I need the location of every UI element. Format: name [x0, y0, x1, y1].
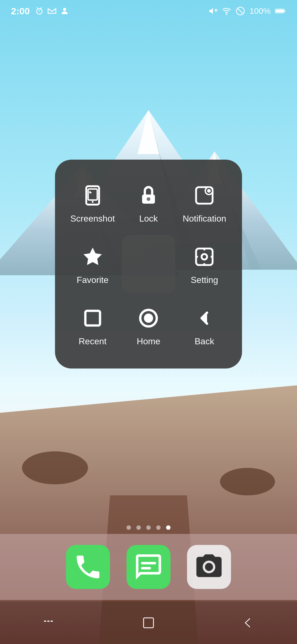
- status-right: 100%: [208, 6, 286, 16]
- recents-nav-button[interactable]: [36, 609, 63, 637]
- home-nav-button[interactable]: [135, 609, 162, 637]
- svg-point-14: [37, 9, 42, 14]
- star-icon: [79, 243, 106, 271]
- screenshot-icon: [79, 182, 106, 209]
- svg-rect-45: [141, 562, 156, 564]
- notification-icon: [191, 182, 218, 209]
- quick-actions-popup: Screenshot Lock Notification: [55, 160, 242, 369]
- mute-icon: [208, 6, 218, 16]
- status-bar: 2:00: [0, 0, 297, 22]
- back-button[interactable]: Back: [178, 296, 231, 355]
- lock-button[interactable]: Lock: [122, 173, 175, 232]
- screenshot-label: Screenshot: [70, 214, 115, 224]
- notification-label: Notification: [183, 214, 226, 224]
- notification-button[interactable]: Notification: [178, 173, 231, 232]
- svg-point-12: [22, 451, 88, 484]
- svg-point-44: [144, 313, 153, 323]
- nav-bar: [0, 601, 297, 644]
- status-icons-left: [35, 6, 69, 16]
- setting-icon: [191, 243, 218, 271]
- recent-label: Recent: [79, 336, 106, 346]
- battery-icon: [275, 6, 286, 16]
- page-dot-2[interactable]: [146, 525, 151, 530]
- status-left: 2:00: [11, 6, 69, 17]
- svg-point-34: [207, 189, 211, 193]
- svg-rect-36: [196, 249, 213, 265]
- favorite-label: Favorite: [77, 275, 109, 285]
- favorite-button[interactable]: Favorite: [66, 235, 119, 293]
- svg-rect-42: [85, 311, 100, 325]
- dnd-icon: [236, 6, 245, 16]
- back-nav-button[interactable]: [234, 609, 261, 637]
- home-icon: [135, 304, 162, 332]
- svg-line-17: [37, 7, 38, 9]
- empty-cell: [122, 235, 175, 293]
- svg-point-21: [226, 14, 227, 15]
- battery-percentage: 100%: [249, 6, 271, 16]
- svg-marker-35: [83, 248, 102, 265]
- page-dot-3[interactable]: [156, 525, 161, 530]
- svg-rect-46: [141, 567, 151, 569]
- phone-app-icon[interactable]: [66, 545, 110, 589]
- home-label: Home: [137, 336, 160, 346]
- lock-label: Lock: [139, 214, 158, 224]
- user-icon: [60, 6, 69, 16]
- wifi-icon: [222, 6, 231, 16]
- screenshot-button[interactable]: Screenshot: [66, 173, 119, 232]
- svg-point-13: [220, 468, 275, 495]
- camera-app-icon[interactable]: [187, 545, 231, 589]
- recent-icon: [79, 304, 106, 332]
- status-time: 2:00: [11, 6, 30, 17]
- page-dot-0[interactable]: [127, 525, 131, 530]
- svg-rect-25: [284, 10, 285, 12]
- gmail-icon: [47, 6, 57, 16]
- svg-point-31: [147, 197, 150, 201]
- alarm-icon: [35, 6, 44, 16]
- svg-point-29: [92, 201, 94, 203]
- setting-button[interactable]: Setting: [178, 235, 231, 293]
- back-label: Back: [195, 336, 214, 346]
- lock-icon: [135, 182, 162, 209]
- back-icon: [191, 304, 218, 332]
- svg-line-16: [40, 7, 42, 9]
- svg-line-23: [238, 8, 243, 14]
- messages-app-icon[interactable]: [127, 545, 170, 589]
- page-dot-1[interactable]: [136, 525, 141, 530]
- svg-point-18: [63, 8, 66, 11]
- svg-rect-48: [47, 621, 50, 622]
- home-button[interactable]: Home: [122, 296, 175, 355]
- svg-rect-28: [88, 189, 97, 200]
- setting-label: Setting: [191, 275, 218, 285]
- dock: [0, 534, 297, 600]
- recent-button[interactable]: Recent: [66, 296, 119, 355]
- svg-point-37: [202, 254, 207, 260]
- svg-rect-26: [276, 10, 284, 12]
- svg-rect-49: [51, 621, 53, 622]
- page-dot-4[interactable]: [166, 525, 170, 530]
- svg-rect-50: [144, 618, 153, 628]
- svg-rect-47: [44, 621, 46, 622]
- page-dots: [0, 525, 297, 530]
